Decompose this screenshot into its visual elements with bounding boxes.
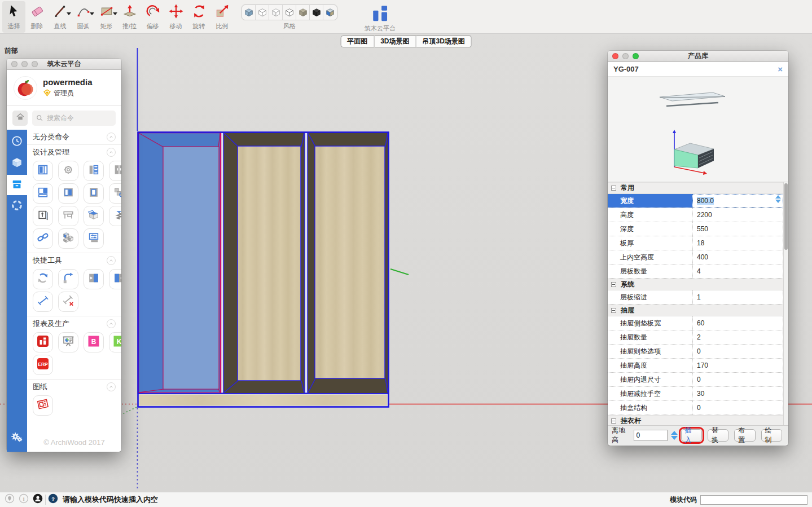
tool-9[interactable]: 比例 bbox=[210, 1, 234, 33]
value-stepper[interactable] bbox=[775, 195, 781, 203]
style-cube-textured[interactable] bbox=[323, 5, 337, 20]
tool-4[interactable]: 矩形 bbox=[95, 1, 118, 33]
property-row[interactable]: 抽屉减拉手空 30 bbox=[608, 387, 783, 401]
dropdown-caret-icon[interactable] bbox=[113, 12, 117, 15]
property-group-2[interactable]: 抽屉 bbox=[608, 305, 788, 316]
command-module-list-icon[interactable] bbox=[84, 161, 104, 181]
view-tab-1[interactable]: 3D场景图 bbox=[374, 36, 416, 47]
minimize-window-button[interactable] bbox=[622, 53, 629, 59]
property-value[interactable]: 2200 bbox=[692, 208, 783, 222]
property-row[interactable]: 上内空高度 400 bbox=[608, 250, 783, 264]
command-dimension-remove-icon[interactable] bbox=[58, 292, 78, 312]
property-row[interactable]: 抽屉侧垫板宽 60 bbox=[608, 316, 783, 330]
settings-button[interactable] bbox=[7, 427, 27, 448]
chevron-up-icon[interactable] bbox=[107, 148, 116, 157]
tool-1[interactable]: 删除 bbox=[25, 1, 49, 33]
property-value[interactable]: 0 bbox=[692, 373, 783, 386]
property-value[interactable]: 400 bbox=[692, 250, 783, 264]
property-value[interactable]: 30 bbox=[692, 387, 783, 400]
style-cube-xray[interactable] bbox=[283, 5, 296, 20]
property-value-input[interactable]: 800.0 bbox=[692, 194, 783, 208]
command-b-tile-icon[interactable]: B bbox=[84, 332, 104, 352]
command-link-icon[interactable] bbox=[33, 228, 53, 249]
category-header-3[interactable]: 报表及生产 bbox=[27, 316, 121, 330]
command-open-box-icon[interactable] bbox=[84, 206, 104, 226]
command-panel-layout-icon[interactable] bbox=[33, 183, 53, 204]
chevron-up-icon[interactable] bbox=[107, 319, 116, 328]
command-corner-arrow-icon[interactable] bbox=[58, 269, 78, 289]
command-dimension-icon[interactable] bbox=[33, 292, 53, 312]
action-button-2[interactable]: 布置 bbox=[734, 429, 755, 442]
info-icon[interactable]: i bbox=[19, 493, 29, 506]
rail-item-3[interactable] bbox=[7, 196, 27, 217]
property-row[interactable]: 深度 550 bbox=[608, 222, 783, 236]
property-value[interactable]: 60 bbox=[692, 316, 783, 330]
chevron-up-icon[interactable] bbox=[107, 256, 116, 265]
property-row[interactable]: 抽屉则垫选项 0 bbox=[608, 345, 783, 359]
dropdown-caret-icon[interactable] bbox=[67, 12, 71, 15]
property-row[interactable]: 抽屉高度 170 bbox=[608, 359, 783, 373]
tool-3[interactable]: 圆弧 bbox=[72, 1, 95, 33]
property-row[interactable]: 层板缩进 1 bbox=[608, 290, 783, 305]
rail-item-0[interactable] bbox=[7, 132, 27, 152]
platform-button[interactable]: 筑木云平台 bbox=[365, 1, 396, 33]
style-cube-shaded[interactable] bbox=[242, 5, 256, 20]
module-code-input[interactable] bbox=[700, 495, 807, 505]
collapse-icon[interactable] bbox=[611, 186, 616, 191]
category-header-2[interactable]: 快捷工具 bbox=[27, 253, 121, 267]
style-cube-hidden[interactable] bbox=[269, 5, 283, 20]
wardrobe-model[interactable] bbox=[137, 131, 389, 408]
category-header-4[interactable]: 图纸 bbox=[27, 379, 121, 394]
property-value[interactable]: 550 bbox=[692, 222, 783, 236]
location-icon[interactable] bbox=[5, 493, 15, 506]
tool-2[interactable]: 直线 bbox=[49, 1, 72, 33]
rail-item-2[interactable] bbox=[7, 175, 27, 195]
property-value[interactable]: 4 bbox=[692, 264, 783, 278]
property-group-0[interactable]: 常用 bbox=[608, 182, 788, 194]
command-blocks-sync-icon[interactable] bbox=[109, 183, 121, 204]
command-adjust-panel-icon[interactable] bbox=[84, 228, 104, 249]
property-row[interactable]: 板厚 18 bbox=[608, 236, 783, 250]
zoom-window-button[interactable] bbox=[633, 53, 639, 59]
property-group-1[interactable]: 系统 bbox=[608, 279, 788, 290]
collapse-icon[interactable] bbox=[611, 308, 616, 313]
property-row[interactable]: 抽屉内退尺寸 0 bbox=[608, 373, 783, 387]
property-row[interactable]: 抽盒结构 0 bbox=[608, 401, 783, 415]
property-value[interactable]: 1 bbox=[692, 290, 783, 304]
action-button-0[interactable]: 插入 bbox=[681, 429, 702, 442]
command-cabinet-arrow-icon[interactable] bbox=[33, 206, 53, 226]
close-window-button[interactable] bbox=[11, 61, 17, 67]
command-archiwood-tile-icon[interactable] bbox=[33, 332, 53, 352]
style-cube-mono[interactable] bbox=[296, 5, 310, 20]
property-value[interactable]: 0 bbox=[692, 345, 783, 358]
style-cube-dark[interactable] bbox=[310, 5, 323, 20]
property-value[interactable]: 0 bbox=[692, 401, 783, 415]
property-row[interactable]: 层板数量 4 bbox=[608, 264, 783, 279]
command-door-panel-icon[interactable] bbox=[84, 183, 104, 204]
canvas[interactable]: 平面图3D场景图吊顶3D场景图 前部 bbox=[0, 34, 812, 492]
close-window-button[interactable] bbox=[612, 53, 618, 59]
command-desk-icon[interactable] bbox=[58, 206, 78, 226]
command-drawing-tile-icon[interactable] bbox=[33, 395, 53, 416]
tool-7[interactable]: 移动 bbox=[164, 1, 187, 33]
action-button-1[interactable]: 替换 bbox=[708, 429, 728, 442]
view-tab-2[interactable]: 吊顶3D场景图 bbox=[416, 36, 472, 47]
floor-height-input[interactable] bbox=[634, 430, 668, 441]
command-door-left-icon[interactable] bbox=[84, 269, 104, 289]
rail-item-1[interactable] bbox=[7, 153, 27, 174]
command-gear-icon[interactable] bbox=[58, 161, 78, 181]
close-icon[interactable]: × bbox=[778, 65, 783, 73]
scrollbar-thumb[interactable] bbox=[784, 183, 788, 250]
search-input[interactable] bbox=[32, 111, 116, 126]
action-button-3[interactable]: 绘制 bbox=[761, 429, 782, 442]
tool-5[interactable]: 推/拉 bbox=[118, 1, 141, 33]
collapse-icon[interactable] bbox=[611, 282, 616, 287]
property-value[interactable]: 18 bbox=[692, 236, 783, 250]
minimize-window-button[interactable] bbox=[21, 61, 28, 67]
style-cube-wire[interactable] bbox=[256, 5, 269, 20]
dropdown-caret-icon[interactable] bbox=[90, 12, 94, 15]
collapse-icon[interactable] bbox=[611, 418, 616, 424]
command-k-tile-icon[interactable]: K bbox=[109, 332, 121, 352]
user-icon[interactable] bbox=[33, 493, 43, 506]
help-icon[interactable]: ? bbox=[48, 493, 58, 506]
